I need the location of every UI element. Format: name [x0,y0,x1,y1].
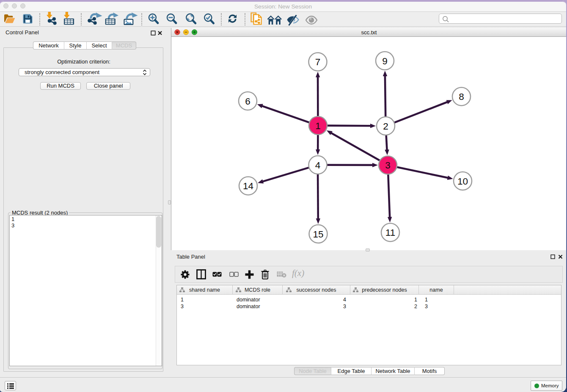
svg-text:4: 4 [315,160,321,171]
svg-text:3: 3 [385,160,391,171]
svg-text:9: 9 [382,56,388,66]
svg-text:6: 6 [245,96,250,107]
svg-text:11: 11 [385,227,395,238]
svg-text:2: 2 [383,121,388,132]
svg-text:8: 8 [459,91,464,102]
svg-text:14: 14 [243,181,253,191]
svg-text:1: 1 [315,121,321,131]
svg-text:10: 10 [457,176,468,187]
svg-text:7: 7 [315,57,321,67]
svg-text:15: 15 [313,229,323,240]
